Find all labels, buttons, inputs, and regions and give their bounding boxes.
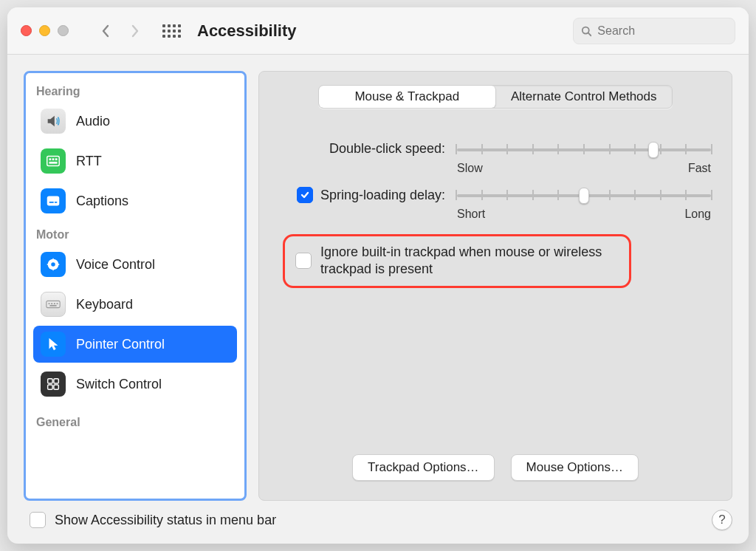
- svg-rect-21: [54, 385, 58, 389]
- slider-min-label: Short: [457, 208, 485, 221]
- tab-mouse-trackpad[interactable]: Mouse & Trackpad: [319, 86, 496, 108]
- show-status-label: Show Accessibility status in menu bar: [55, 513, 276, 528]
- ignore-trackpad-label: Ignore built-in trackpad when mouse or w…: [320, 244, 619, 278]
- sidebar-item-label: RTT: [76, 154, 102, 169]
- svg-rect-7: [47, 196, 60, 206]
- svg-rect-14: [51, 303, 52, 304]
- row-double-click-speed: Double-click speed: Slow Fast: [278, 140, 712, 175]
- svg-rect-13: [49, 303, 50, 304]
- double-click-speed-label: Double-click speed:: [278, 140, 456, 157]
- category-sidebar[interactable]: Hearing Audio RTT Captions Motor: [24, 71, 247, 501]
- window-title: Accessibility: [197, 21, 297, 41]
- zoom-window-button[interactable]: [58, 25, 69, 36]
- chevron-right-icon: [130, 24, 140, 38]
- minimize-window-button[interactable]: [39, 25, 50, 36]
- mouse-options-button[interactable]: Mouse Options…: [511, 454, 639, 481]
- voice-control-icon: [41, 252, 66, 277]
- sidebar-item-label: Pointer Control: [76, 337, 165, 352]
- slider-knob[interactable]: [579, 188, 589, 204]
- svg-rect-17: [49, 305, 56, 307]
- sidebar-item-audio[interactable]: Audio: [33, 103, 237, 140]
- preferences-window: Accessibility Hearing Audio RTT: [7, 7, 749, 544]
- sidebar-item-voice-control[interactable]: Voice Control: [33, 246, 237, 283]
- search-input[interactable]: [596, 24, 727, 38]
- sidebar-item-rtt[interactable]: RTT: [33, 143, 237, 179]
- tab-bar: Mouse & Trackpad Alternate Control Metho…: [318, 85, 673, 109]
- svg-point-11: [51, 262, 55, 267]
- spring-loading-checkbox[interactable]: [297, 187, 313, 203]
- slider-min-label: Slow: [457, 162, 483, 175]
- checkmark-icon: [300, 190, 310, 200]
- slider-knob[interactable]: [648, 142, 659, 158]
- svg-rect-6: [49, 162, 58, 164]
- grid-icon: [162, 24, 181, 38]
- ignore-trackpad-checkbox[interactable]: [295, 253, 312, 269]
- speaker-icon: [41, 109, 66, 134]
- slider-max-label: Long: [684, 208, 711, 221]
- svg-rect-8: [49, 202, 54, 203]
- svg-rect-9: [55, 202, 58, 203]
- row-ignore-trackpad: Ignore built-in trackpad when mouse or w…: [283, 234, 631, 288]
- svg-rect-3: [49, 158, 52, 160]
- switch-control-icon: [41, 372, 66, 397]
- svg-rect-15: [54, 303, 55, 304]
- svg-rect-19: [54, 379, 58, 383]
- sidebar-item-label: Switch Control: [76, 377, 162, 392]
- tab-alternate-methods[interactable]: Alternate Control Methods: [496, 86, 673, 108]
- sidebar-item-captions[interactable]: Captions: [33, 182, 237, 219]
- svg-rect-4: [52, 158, 55, 160]
- row-spring-loading-delay: Spring-loading delay: Short Long: [278, 185, 712, 221]
- sidebar-item-keyboard[interactable]: Keyboard: [33, 286, 237, 323]
- sidebar-item-pointer-control[interactable]: Pointer Control: [33, 326, 237, 363]
- search-icon: [581, 25, 591, 37]
- sidebar-item-label: Voice Control: [76, 257, 155, 273]
- window-controls: [21, 25, 69, 36]
- options-button-row: Trackpad Options… Mouse Options…: [278, 454, 712, 487]
- main-panel: Mouse & Trackpad Alternate Control Metho…: [258, 71, 732, 501]
- settings-panel: Mouse & Trackpad Alternate Control Metho…: [258, 71, 732, 501]
- spring-loading-label: Spring-loading delay:: [320, 188, 445, 203]
- svg-rect-18: [48, 379, 52, 383]
- section-motor: Motor: [33, 222, 237, 243]
- section-general: General: [33, 410, 237, 431]
- chevron-left-icon: [100, 24, 111, 38]
- sidebar-item-label: Audio: [76, 114, 110, 129]
- help-button[interactable]: ?: [712, 510, 732, 530]
- svg-rect-2: [47, 157, 60, 166]
- svg-line-1: [588, 32, 591, 35]
- svg-rect-5: [55, 158, 58, 160]
- trackpad-options-button[interactable]: Trackpad Options…: [352, 454, 495, 481]
- back-button[interactable]: [95, 21, 116, 41]
- svg-rect-16: [57, 303, 58, 304]
- double-click-speed-slider[interactable]: [456, 140, 712, 159]
- captions-icon: [41, 188, 66, 213]
- svg-rect-20: [48, 385, 52, 389]
- footer: Show Accessibility status in menu bar ?: [7, 502, 749, 544]
- show-status-checkbox[interactable]: [30, 512, 46, 528]
- sidebar-item-label: Keyboard: [76, 297, 133, 312]
- close-window-button[interactable]: [21, 25, 32, 36]
- forward-button[interactable]: [125, 21, 145, 41]
- slider-max-label: Fast: [688, 162, 711, 175]
- show-all-button[interactable]: [160, 20, 182, 42]
- sidebar-item-switch-control[interactable]: Switch Control: [33, 366, 237, 403]
- search-field[interactable]: [573, 18, 735, 44]
- section-hearing: Hearing: [33, 79, 237, 100]
- keyboard-icon: [41, 292, 66, 317]
- titlebar: Accessibility: [7, 7, 749, 55]
- sidebar-item-label: Captions: [76, 194, 128, 209]
- content-area: Hearing Audio RTT Captions Motor: [7, 55, 749, 502]
- pointer-icon: [41, 332, 66, 357]
- spring-loading-slider[interactable]: [456, 185, 712, 205]
- rtt-icon: [41, 148, 66, 174]
